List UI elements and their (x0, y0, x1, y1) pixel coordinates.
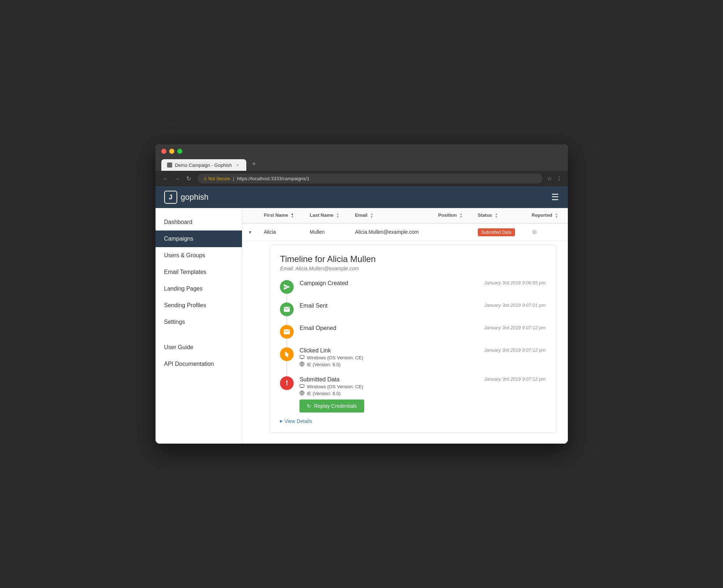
app-header: J gophish ☰ (156, 186, 568, 208)
event-submitted-browser: IE (Version: 8.0) (299, 390, 477, 397)
os-icon (299, 355, 305, 361)
svg-rect-0 (168, 163, 171, 167)
event-clicked-browser: IE (Version: 8.0) (299, 361, 477, 368)
main-content: Dashboard Campaigns Users & Groups Email… (156, 208, 568, 444)
hamburger-menu-button[interactable]: ☰ (551, 192, 559, 202)
sort-icon-position: ▲ ▼ (459, 213, 462, 219)
maximize-window-button[interactable] (177, 149, 182, 154)
forward-button[interactable]: → (173, 175, 182, 182)
sidebar-item-settings[interactable]: Settings (156, 314, 242, 330)
column-header-reported[interactable]: Reported ▲ ▼ (526, 208, 568, 223)
row-reported: ⊗ (526, 223, 568, 241)
column-header-status[interactable]: Status ▲ ▼ (472, 208, 526, 223)
sort-icon-email: ▲ ▼ (370, 213, 373, 219)
logo-area: J gophish (164, 191, 209, 204)
url-display: https://localhost:3333/campaigns/1 (237, 176, 309, 181)
timeline-event-clicked: Clicked Link Windows (OS Version: CE) (280, 347, 545, 368)
sidebar-item-sending-profiles[interactable]: Sending Profiles (156, 297, 242, 314)
event-clicked-time: January 3rd 2019 9:07:12 pm (477, 347, 546, 353)
timeline-title: Timeline for Alicia Mullen (280, 254, 545, 264)
timeline-panel: Timeline for Alicia Mullen Email: Alicia… (269, 245, 556, 433)
column-header-last-name[interactable]: Last Name ▲ ▼ (304, 208, 349, 223)
event-opened-time: January 3rd 2019 9:07:12 pm (477, 325, 546, 330)
timeline-events: Campaign Created January 3rd 2019 9:06:5… (280, 280, 545, 413)
sort-icon-last-name: ▲ ▼ (336, 213, 339, 219)
back-button[interactable]: ← (161, 175, 170, 182)
refresh-button[interactable]: ↻ (184, 175, 193, 182)
event-icon-sent (280, 303, 294, 316)
sidebar-item-dashboard[interactable]: Dashboard (156, 214, 242, 230)
event-icon-clicked (280, 347, 294, 361)
os-text: Windows (OS Version: CE) (307, 355, 363, 360)
row-email: Alicia.Mullen@example.com (349, 223, 433, 241)
sidebar-item-landing-pages[interactable]: Landing Pages (156, 280, 242, 297)
tab-favicon (167, 162, 172, 168)
row-position (433, 223, 472, 241)
table-header-row: First Name ▲ ▼ Last Name ▲ (242, 208, 568, 223)
row-first-name: Alicia (258, 223, 304, 241)
new-tab-button[interactable]: + (248, 157, 260, 171)
security-warning: ⚠ Not Secure (203, 176, 230, 181)
column-header-email[interactable]: Email ▲ ▼ (349, 208, 433, 223)
status-badge: Submitted Data (478, 228, 515, 236)
sidebar-item-users-groups[interactable]: Users & Groups (156, 247, 242, 264)
submitted-os-text: Windows (OS Version: CE) (307, 384, 363, 389)
tab-close-button[interactable]: × (235, 162, 241, 168)
event-created-details: Campaign Created (299, 280, 477, 287)
close-window-button[interactable] (161, 149, 166, 154)
event-sent-time: January 3rd 2019 9:07:01 pm (477, 303, 546, 308)
event-sent-row: Email Sent January 3rd 2019 9:07:01 pm (299, 303, 545, 310)
timeline-cell: Timeline for Alicia Mullen Email: Alicia… (258, 240, 567, 443)
event-icon-opened (280, 325, 294, 339)
column-header-first-name[interactable]: First Name ▲ ▼ (258, 208, 304, 223)
traffic-lights (161, 149, 562, 154)
timeline-event-opened: Email Opened January 3rd 2019 9:07:12 pm (280, 325, 545, 339)
minimize-window-button[interactable] (169, 149, 174, 154)
event-opened-details: Email Opened (299, 325, 477, 332)
bookmark-icon[interactable]: ☆ (547, 175, 552, 182)
event-sent-title: Email Sent (299, 303, 477, 309)
event-submitted-title: Submitted Data (299, 376, 477, 383)
row-last-name: Mullen (304, 223, 349, 241)
column-header-first-name (242, 208, 258, 223)
nav-buttons: ← → ↻ (161, 175, 193, 182)
expand-button[interactable]: ▼ (248, 230, 252, 235)
event-clicked-title: Clicked Link (299, 347, 477, 354)
active-tab[interactable]: Demo Campaign - Gophish × (161, 159, 247, 171)
column-header-position[interactable]: Position ▲ ▼ (433, 208, 472, 223)
event-opened-title: Email Opened (299, 325, 477, 331)
remove-button[interactable]: ⊗ (532, 228, 537, 236)
sidebar-item-user-guide[interactable]: User Guide (156, 339, 242, 356)
tab-title: Demo Campaign - Gophish (175, 162, 232, 168)
browser-menu-icon[interactable]: ⋮ (556, 175, 562, 182)
event-submitted-details: Submitted Data Windows (OS Version: CE) (299, 376, 477, 413)
event-clicked-os: Windows (OS Version: CE) (299, 355, 477, 361)
sidebar-item-email-templates[interactable]: Email Templates (156, 264, 242, 280)
browser-chrome: Demo Campaign - Gophish × + (156, 144, 568, 171)
address-bar: ← → ↻ ⚠ Not Secure | https://localhost:3… (156, 171, 568, 186)
sidebar-item-campaigns[interactable]: Campaigns (156, 230, 242, 247)
event-sent-details: Email Sent (299, 303, 477, 310)
event-icon-submitted: ! (280, 376, 294, 390)
submitted-browser-icon (299, 390, 305, 397)
sidebar-item-api-docs[interactable]: API Documentation (156, 356, 242, 372)
view-details-link[interactable]: ▶ View Details (280, 418, 545, 424)
event-submitted-row: Submitted Data Windows (OS Version: CE) (299, 376, 545, 413)
row-expand-cell[interactable]: ▼ (242, 223, 258, 241)
timeline-event-sent: Email Sent January 3rd 2019 9:07:01 pm (280, 303, 545, 316)
table-row: ▼ Alicia Mullen Alicia.Mullen@example.co… (242, 223, 568, 241)
app-layout: J gophish ☰ Dashboard Campaigns Users & … (156, 186, 568, 444)
timeline-email: Email: Alicia.Mullen@example.com (280, 266, 545, 271)
submitted-browser-text: IE (Version: 8.0) (307, 391, 340, 396)
submitted-os-icon (299, 384, 305, 390)
event-submitted-time: January 3rd 2019 9:07:12 pm (477, 376, 546, 382)
replay-credentials-button[interactable]: ↻ Replay Credentials (299, 399, 364, 413)
event-created-time: January 3rd 2019 9:06:55 pm (477, 280, 546, 285)
address-input-wrap[interactable]: ⚠ Not Secure | https://localhost:3333/ca… (197, 174, 543, 183)
event-opened-row: Email Opened January 3rd 2019 9:07:12 pm (299, 325, 545, 332)
timeline-event-created: Campaign Created January 3rd 2019 9:06:5… (280, 280, 545, 294)
replay-icon: ↻ (307, 403, 311, 409)
logo-text: gophish (181, 193, 209, 202)
svg-rect-3 (300, 384, 305, 387)
browser-text: IE (Version: 8.0) (307, 362, 340, 367)
